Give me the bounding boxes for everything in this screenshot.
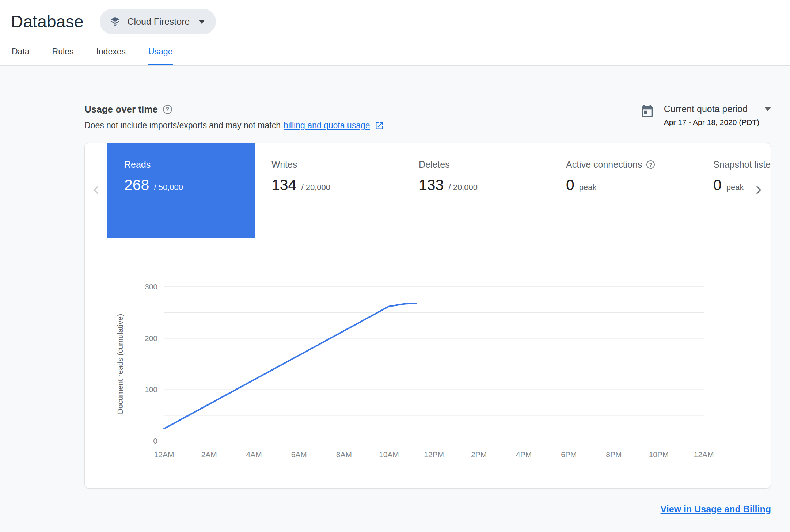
svg-text:0: 0	[153, 437, 157, 445]
open-in-new-icon	[375, 121, 384, 130]
svg-text:6AM: 6AM	[291, 450, 307, 459]
metric-label: Snapshot listeners	[713, 159, 771, 170]
footer-link-row: View in Usage and Billing	[84, 504, 771, 514]
chevron-down-icon	[198, 20, 205, 24]
metric-tile-deletes[interactable]: Deletes 133 / 20,000	[402, 143, 549, 238]
metric-value: 0	[566, 176, 574, 194]
metric-denominator: / 20,000	[301, 183, 330, 192]
usage-title: Usage over time	[84, 104, 158, 115]
help-icon[interactable]	[646, 160, 655, 169]
svg-text:10AM: 10AM	[379, 450, 399, 459]
page-header: Database Cloud Firestore	[0, 0, 790, 36]
metric-value: 134	[271, 176, 296, 194]
firestore-icon	[109, 16, 121, 27]
tab-bar: Data Rules Indexes Usage	[0, 36, 790, 66]
usage-card: Reads 268 / 50,000 Writes 134 / 20,000	[84, 143, 771, 489]
usage-section-head: Usage over time Does not include imports…	[84, 104, 771, 130]
svg-text:6PM: 6PM	[561, 450, 577, 459]
svg-text:4AM: 4AM	[246, 450, 262, 459]
tab-rules[interactable]: Rules	[52, 39, 75, 65]
view-usage-billing-link[interactable]: View in Usage and Billing	[661, 504, 771, 514]
metric-label: Writes	[271, 159, 297, 170]
svg-text:200: 200	[145, 334, 157, 342]
metric-denominator: / 50,000	[154, 183, 183, 192]
svg-text:4PM: 4PM	[516, 450, 532, 459]
quota-period-label: Current quota period	[664, 104, 748, 114]
usage-chart-area: 010020030012AM2AM4AM6AM8AM10AM12PM2PM4PM…	[117, 276, 771, 488]
reads-line-chart: 010020030012AM2AM4AM6AM8AM10AM12PM2PM4PM…	[117, 276, 716, 475]
metric-value: 0	[713, 176, 722, 194]
quota-period-select[interactable]: Current quota period Apr 17 - Apr 18, 20…	[664, 104, 771, 127]
tab-data[interactable]: Data	[11, 39, 30, 65]
product-switcher-label: Cloud Firestore	[128, 16, 190, 27]
product-switcher-button[interactable]: Cloud Firestore	[100, 9, 216, 34]
usage-content: Usage over time Does not include imports…	[0, 104, 790, 514]
chevron-down-icon	[764, 107, 771, 111]
metric-value: 268	[124, 176, 149, 194]
metric-tile-writes[interactable]: Writes 134 / 20,000	[255, 143, 402, 238]
usage-subtitle-text: Does not include imports/exports and may…	[84, 121, 281, 130]
metric-label: Deletes	[419, 159, 450, 170]
metric-value: 133	[419, 176, 444, 194]
page-title: Database	[11, 12, 84, 31]
billing-quota-link[interactable]: billing and quota usage	[284, 121, 370, 130]
metric-tile-active-connections[interactable]: Active connections 0 peak	[549, 143, 696, 238]
tab-usage[interactable]: Usage	[148, 39, 173, 65]
metrics-carousel: Reads 268 / 50,000 Writes 134 / 20,000	[85, 143, 771, 238]
carousel-prev-button[interactable]	[89, 183, 104, 198]
quota-period-block: Current quota period Apr 17 - Apr 18, 20…	[640, 104, 771, 127]
metric-denominator: peak	[726, 183, 744, 192]
metric-denominator: / 20,000	[448, 183, 478, 192]
metric-label: Active connections	[566, 159, 642, 170]
svg-text:8AM: 8AM	[336, 450, 352, 459]
tab-indexes[interactable]: Indexes	[95, 39, 126, 65]
svg-text:12AM: 12AM	[694, 450, 714, 459]
carousel-next-button[interactable]	[751, 183, 766, 198]
quota-period-range: Apr 17 - Apr 18, 2020 (PDT)	[664, 118, 771, 127]
usage-heading-block: Usage over time Does not include imports…	[84, 104, 384, 130]
metric-denominator: peak	[579, 183, 597, 192]
svg-text:12PM: 12PM	[424, 450, 444, 459]
svg-text:2PM: 2PM	[471, 450, 487, 459]
calendar-icon	[640, 104, 654, 119]
svg-text:10PM: 10PM	[649, 450, 669, 459]
metric-tile-reads[interactable]: Reads 268 / 50,000	[107, 143, 255, 238]
svg-text:2AM: 2AM	[201, 450, 217, 459]
svg-text:300: 300	[145, 282, 157, 291]
svg-text:100: 100	[145, 385, 157, 394]
help-icon[interactable]	[163, 105, 172, 114]
svg-text:8PM: 8PM	[606, 450, 622, 459]
usage-subtitle: Does not include imports/exports and may…	[84, 121, 384, 130]
metric-label: Reads	[124, 159, 151, 170]
svg-text:Document reads (cumulative): Document reads (cumulative)	[117, 314, 124, 414]
svg-text:12AM: 12AM	[154, 450, 174, 459]
